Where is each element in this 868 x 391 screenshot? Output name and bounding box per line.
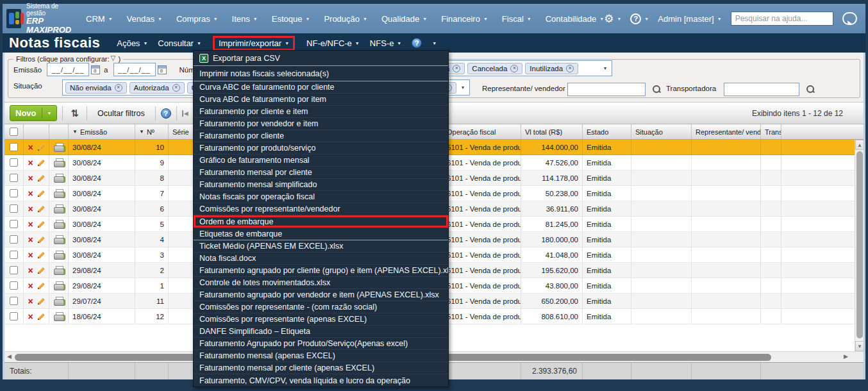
print-icon[interactable] — [54, 251, 64, 260]
edit-icon[interactable] — [37, 266, 45, 274]
refresh-icon[interactable]: ⇅ — [68, 108, 81, 119]
menu-item-faturamento-agrupado-por-vendedor-e-item-apenas-excel-xlsx[interactable]: Faturamento agrupado por vendedor e item… — [194, 289, 448, 301]
row-checkbox[interactable] — [10, 235, 18, 244]
scroll-up-icon[interactable]: ▲ — [855, 140, 864, 150]
header-estado[interactable]: Estado — [583, 124, 631, 139]
menu-item-nota-fiscal-docx[interactable]: Nota fiscal.docx — [194, 253, 448, 265]
situacao-tag[interactable]: Autorizada× — [129, 82, 185, 94]
topbar-menu-vendas[interactable]: Vendas▼ — [127, 14, 162, 24]
menu-item-gr-fico-de-faturamento-mensal[interactable]: Gráfico de faturamento mensal — [194, 154, 448, 167]
menu-item-faturamento-cmv-cpv-venda-l-quida-e-lucro-da-opera-o[interactable]: Faturamento, CMV/CPV, venda líquida e lu… — [194, 374, 448, 387]
scroll-left-icon[interactable]: ◀ — [7, 353, 12, 360]
menu-acoes[interactable]: Ações ▼ — [117, 38, 147, 48]
menu-item-faturamento-agrupado-por-cliente-grupo-e-item-apenas-excel-xlsx[interactable]: Faturamento agrupado por cliente (grupo)… — [194, 265, 448, 277]
menu-item-faturamento-por-cliente[interactable]: Faturamento por cliente — [194, 130, 448, 142]
help-search-input[interactable] — [731, 12, 833, 26]
menu-item-curva-abc-de-faturamento-por-cliente[interactable]: Curva ABC de faturamento por cliente — [194, 81, 448, 94]
menu-item-curva-abc-de-faturamento-por-item[interactable]: Curva ABC de faturamento por item — [194, 94, 448, 106]
edit-icon[interactable] — [37, 189, 45, 197]
remove-tag-icon[interactable]: × — [510, 65, 518, 72]
print-icon[interactable] — [54, 143, 64, 152]
chat-icon[interactable] — [842, 12, 857, 25]
delete-icon[interactable]: × — [28, 189, 33, 198]
vertical-scrollbar[interactable]: ▲ ▼ — [855, 140, 864, 351]
menu-item-comiss-es-por-representante-apenas-excel[interactable]: Comissões por representante (apenas EXCE… — [194, 313, 448, 326]
menu-item-comiss-es-por-representante-vendedor[interactable]: Comissões por representante/vendedor — [194, 203, 448, 215]
delete-icon[interactable]: × — [28, 158, 33, 167]
scroll-down-icon[interactable]: ▼ — [855, 341, 864, 351]
row-checkbox[interactable] — [10, 204, 18, 213]
menu-item-faturamento-mensal-por-cliente-apenas-excel[interactable]: Faturamento mensal por cliente (apenas E… — [194, 362, 448, 374]
row-checkbox[interactable] — [10, 312, 18, 320]
delete-icon[interactable]: × — [28, 297, 33, 306]
header-transportadora[interactable]: Transportadora — [761, 124, 781, 139]
topbar-menu-produção[interactable]: Produção▼ — [324, 14, 367, 24]
menu-consultar[interactable]: Consultar ▼ — [158, 38, 201, 48]
emissao-from-input[interactable] — [47, 63, 89, 76]
print-icon[interactable] — [54, 220, 64, 229]
row-checkbox[interactable] — [10, 143, 18, 151]
estado-tag[interactable]: Inutilizada× — [525, 63, 578, 74]
menu-imprimir-exportar[interactable]: Imprimir/exportar ▼ — [213, 36, 295, 51]
delete-icon[interactable]: × — [28, 235, 33, 244]
menu-nfe-nfce[interactable]: NF-e/NFC-e ▼ — [306, 38, 360, 48]
menu-item-controle-de-lotes-movimentados-xlsx[interactable]: Controle de lotes movimentados.xlsx — [194, 277, 448, 289]
menu-item-faturamento-mensal-por-cliente[interactable]: Faturamento mensal por cliente — [194, 167, 448, 179]
delete-icon[interactable]: × — [28, 281, 33, 290]
menu-item-faturamento-por-vendedor-e-item[interactable]: Faturamento por vendedor e item — [194, 118, 448, 130]
edit-icon[interactable] — [37, 281, 45, 290]
print-icon[interactable] — [54, 312, 64, 321]
edit-icon[interactable] — [37, 235, 45, 244]
row-checkbox[interactable] — [10, 174, 18, 182]
topbar-menu-compras[interactable]: Compras▼ — [176, 14, 218, 24]
titlebar-extra-menu[interactable]: ▼ — [432, 41, 437, 46]
delete-icon[interactable]: × — [28, 266, 33, 275]
menu-item-comiss-es-por-representante-com-raz-o-social[interactable]: Comissões por representante - (com razão… — [194, 301, 448, 313]
edit-icon[interactable] — [37, 158, 45, 167]
row-checkbox[interactable] — [10, 266, 18, 274]
chevron-down-icon[interactable]: ▾ — [601, 65, 609, 71]
emissao-to-input[interactable] — [113, 63, 156, 76]
menu-item-notas-fiscais-por-opera-o-fiscal[interactable]: Notas fiscais por operação fiscal — [194, 191, 448, 203]
row-checkbox[interactable] — [10, 297, 18, 305]
menu-item-danfe-simplificado-etiqueta[interactable]: DANFE Simplificado – Etiqueta — [194, 326, 448, 338]
help-icon[interactable]: ? — [161, 108, 171, 119]
menu-item-faturamento-agrupado-por-produto-servi-o-apenas-excel[interactable]: Faturamento Agrupado por Produto/Serviço… — [194, 338, 448, 350]
filters-legend[interactable]: Filtros (clique para configurar: ) — [13, 55, 123, 63]
row-checkbox[interactable] — [10, 220, 18, 228]
delete-icon[interactable]: × — [28, 174, 33, 183]
search-icon[interactable] — [806, 85, 815, 94]
topbar-menu-contabilidade[interactable]: Contabilidade▼ — [546, 14, 604, 24]
header-numero[interactable]: ▼ Nº — [135, 124, 169, 139]
delete-icon[interactable]: × — [28, 312, 33, 321]
row-checkbox[interactable] — [10, 158, 18, 167]
chevron-down-icon[interactable]: ▾ — [459, 85, 467, 90]
topbar-menu-fiscal[interactable]: Fiscal▼ — [502, 14, 531, 24]
remove-tag-icon[interactable]: × — [115, 84, 122, 92]
menu-item-ordem-de-embarque[interactable]: Ordem de embarque — [194, 215, 448, 228]
print-icon[interactable] — [54, 204, 64, 213]
edit-icon[interactable] — [37, 251, 45, 259]
row-checkbox[interactable] — [10, 251, 18, 259]
print-icon[interactable] — [54, 235, 64, 244]
topbar-menu-settings[interactable]: ⚙ ▼ — [604, 13, 621, 24]
topbar-menu-crm[interactable]: CRM▼ — [86, 14, 113, 24]
calendar-icon[interactable] — [91, 65, 100, 74]
menu-item-faturamento-mensal-apenas-excel[interactable]: Faturamento mensal (apenas EXCEL) — [194, 350, 448, 362]
print-icon[interactable] — [54, 266, 64, 275]
scroll-right-icon[interactable]: ▶ — [844, 353, 848, 360]
select-all-checkbox[interactable] — [10, 128, 18, 136]
topbar-menu-qualidade[interactable]: Qualidade▼ — [381, 14, 427, 24]
header-representante[interactable]: Representante/ vendedor — [692, 124, 761, 139]
row-checkbox[interactable] — [10, 189, 18, 197]
representante-input[interactable] — [567, 83, 646, 96]
topbar-menu-help[interactable]: ? ▼ — [630, 13, 649, 24]
header-operacao[interactable]: Operação fiscal — [443, 124, 521, 139]
vertical-scroll-thumb[interactable] — [856, 151, 863, 338]
remove-tag-icon[interactable]: × — [172, 84, 180, 92]
header-vl-total[interactable]: Vl total (R$) — [521, 124, 583, 139]
menu-item-etiquetas-de-embarque[interactable]: Etiquetas de embarque — [194, 228, 448, 240]
page-first-icon[interactable]: ◀ — [182, 110, 188, 117]
delete-icon[interactable]: × — [28, 220, 33, 229]
print-icon[interactable] — [54, 174, 64, 183]
